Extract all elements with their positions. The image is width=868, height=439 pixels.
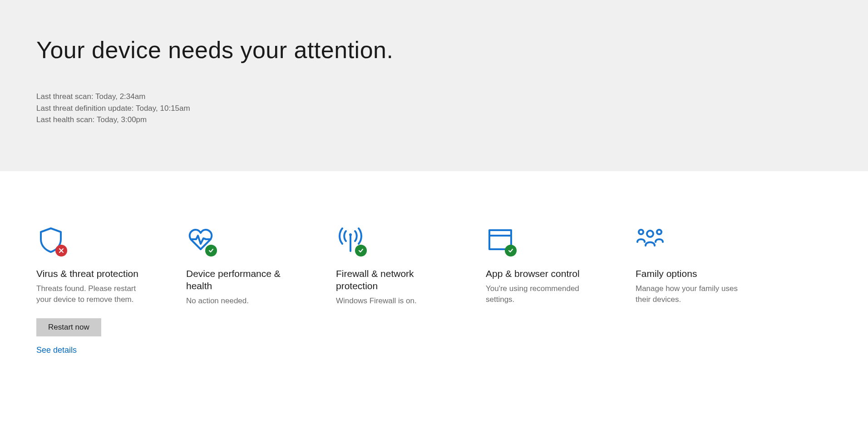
last-health-scan-line: Last health scan: Today, 3:00pm [36,114,868,126]
tile-title: Family options [636,267,697,280]
tile-title: Virus & threat protection [36,267,138,280]
tiles-region: Virus & threat protection Threats found.… [0,171,868,374]
tile-device-performance-health[interactable]: Device performance & health No action ne… [186,226,291,355]
ok-badge-icon [505,245,517,256]
shield-icon [36,226,65,255]
tile-title: App & browser control [486,267,580,280]
status-summary: Last threat scan: Today, 2:34am Last thr… [36,91,868,126]
tile-virus-threat-protection[interactable]: Virus & threat protection Threats found.… [36,226,141,355]
last-threat-scan-line: Last threat scan: Today, 2:34am [36,91,868,103]
tile-family-options[interactable]: Family options Manage how your family us… [636,226,740,355]
family-people-icon [636,226,665,255]
svg-point-6 [647,231,653,237]
header-region: Your device needs your attention. Last t… [0,0,868,171]
svg-point-8 [657,230,661,234]
browser-window-icon [486,226,515,255]
tile-firewall-network-protection[interactable]: Firewall & network protection Windows Fi… [336,226,440,355]
tile-title: Device performance & health [186,267,291,292]
error-badge-icon [55,245,67,256]
svg-point-7 [639,230,643,234]
tile-description: No action needed. [186,296,249,307]
ok-badge-icon [355,245,367,256]
tile-title: Firewall & network protection [336,267,440,292]
heart-pulse-icon [186,226,215,255]
tile-description: Windows Firewall is on. [336,296,417,307]
last-definition-update-line: Last threat definition update: Today, 10… [36,103,868,114]
ok-badge-icon [205,245,217,256]
tile-description: You're using recommended settings. [486,283,590,306]
tile-description: Threats found. Please restart your devic… [36,283,141,306]
tile-app-browser-control[interactable]: App & browser control You're using recom… [486,226,590,355]
restart-now-button[interactable]: Restart now [36,318,101,336]
svg-point-3 [349,233,352,236]
see-details-link[interactable]: See details [36,345,77,355]
tile-description: Manage how your family uses their device… [636,283,740,306]
page-title: Your device needs your attention. [36,36,868,64]
antenna-signal-icon [336,226,365,255]
